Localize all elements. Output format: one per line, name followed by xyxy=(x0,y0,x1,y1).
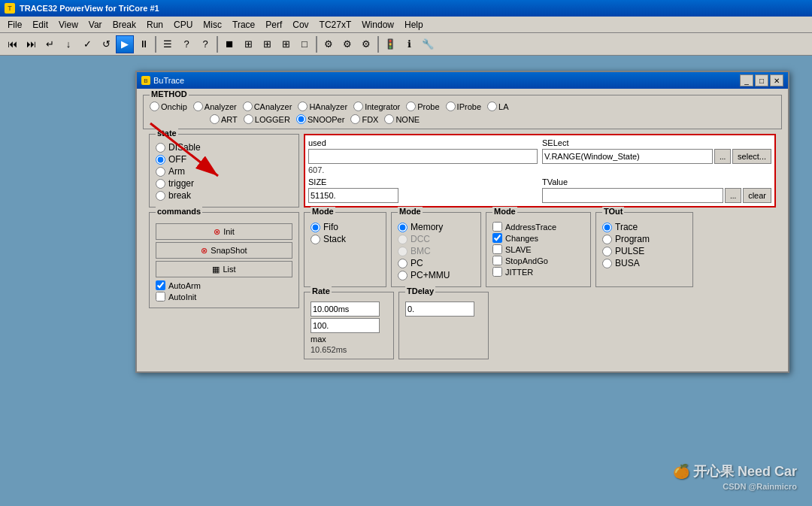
tout-busa[interactable]: BUSA xyxy=(602,258,686,268)
menu-view[interactable]: View xyxy=(54,18,83,32)
debug2-btn[interactable]: ⚙ xyxy=(338,35,356,53)
step-into-btn[interactable]: ↓ xyxy=(59,35,77,53)
mode1-stack[interactable]: Stack xyxy=(311,234,380,244)
state-off[interactable]: OFF xyxy=(156,154,292,165)
tout-program[interactable]: Program xyxy=(602,234,686,244)
method-probe[interactable]: Probe xyxy=(406,102,439,111)
mode2-dcc-radio[interactable] xyxy=(398,235,408,244)
reset-btn[interactable]: ↺ xyxy=(97,35,115,53)
state-arm[interactable]: Arm xyxy=(156,166,292,177)
method-none-radio[interactable] xyxy=(384,114,394,124)
method-none[interactable]: NONE xyxy=(384,114,420,124)
state-off-radio[interactable] xyxy=(156,155,165,165)
tout-trace-radio[interactable] xyxy=(602,223,612,232)
run-btn[interactable]: ▶ xyxy=(116,35,134,53)
maximize-btn[interactable]: □ xyxy=(755,74,768,86)
size-input[interactable] xyxy=(308,188,398,203)
menu-window[interactable]: Window xyxy=(357,18,398,32)
state-trigger[interactable]: trigger xyxy=(156,178,292,189)
tvalue-dots-btn[interactable]: ... xyxy=(725,188,741,203)
mode2-memory[interactable]: Memory xyxy=(398,222,474,232)
autoinit-checkbox[interactable] xyxy=(156,292,165,301)
menu-var[interactable]: Var xyxy=(84,18,107,32)
method-onchip[interactable]: Onchip xyxy=(150,102,187,111)
method-analyzer-radio[interactable] xyxy=(193,102,203,111)
mode2-memory-radio[interactable] xyxy=(398,223,408,232)
method-analyzer[interactable]: Analyzer xyxy=(193,102,237,111)
mode1-fifo[interactable]: Fifo xyxy=(311,222,380,232)
used-input[interactable] xyxy=(308,149,538,164)
tvalue-input[interactable] xyxy=(542,188,723,203)
menu-break[interactable]: Break xyxy=(108,18,141,32)
menu-misc[interactable]: Misc xyxy=(198,18,226,32)
mode1-fifo-radio[interactable] xyxy=(311,223,320,232)
mode3-slave-check[interactable] xyxy=(492,244,502,254)
clear-btn[interactable]: clear xyxy=(743,188,771,203)
info-btn[interactable]: ℹ xyxy=(400,35,418,53)
mode2-bmc-radio[interactable] xyxy=(398,247,408,256)
mode3-addresstrace-check[interactable] xyxy=(492,222,502,232)
menu-edit[interactable]: Edit xyxy=(28,18,53,32)
method-hanalyzer-radio[interactable] xyxy=(298,102,308,111)
mode2-dcc[interactable]: DCC xyxy=(398,234,474,244)
menu-help[interactable]: Help xyxy=(400,18,428,32)
grid1-btn[interactable]: ⊞ xyxy=(239,35,257,53)
debug3-btn[interactable]: ⚙ xyxy=(357,35,375,53)
debug1-btn[interactable]: ⚙ xyxy=(320,35,338,53)
method-onchip-radio[interactable] xyxy=(150,102,159,111)
method-la[interactable]: LA xyxy=(487,102,508,111)
method-iprobe[interactable]: IProbe xyxy=(446,102,481,111)
menu-run[interactable]: Run xyxy=(142,18,168,32)
menu-tc27xt[interactable]: TC27xT xyxy=(315,18,356,32)
mode3-changes-check[interactable] xyxy=(492,233,502,243)
mode3-jitter[interactable]: JITTER xyxy=(492,267,584,277)
tout-busa-radio[interactable] xyxy=(602,259,612,268)
init-btn[interactable]: ⊗ Init xyxy=(156,223,292,240)
tout-pulse[interactable]: PULSE xyxy=(602,246,686,256)
step-over-btn[interactable]: ↵ xyxy=(41,35,59,53)
mode3-slave[interactable]: SLAVE xyxy=(492,244,584,254)
minimize-btn[interactable]: _ xyxy=(740,74,753,86)
state-arm-radio[interactable] xyxy=(156,167,165,177)
mode2-pc-radio[interactable] xyxy=(398,259,408,268)
tout-pulse-radio[interactable] xyxy=(602,247,612,256)
state-disable-radio[interactable] xyxy=(156,143,165,153)
mode3-stopandgo-check[interactable] xyxy=(492,256,502,265)
method-la-radio[interactable] xyxy=(487,102,497,111)
blank-btn[interactable]: □ xyxy=(295,35,314,53)
method-canalyzer[interactable]: CAnalyzer xyxy=(243,102,292,111)
autoinit-check[interactable]: AutoInit xyxy=(156,292,292,301)
step-return-btn[interactable]: ✓ xyxy=(78,35,96,53)
menu-cpu[interactable]: CPU xyxy=(169,18,197,32)
tout-trace[interactable]: Trace xyxy=(602,222,686,232)
list-btn[interactable]: ▦ List xyxy=(156,261,292,277)
snapshot-btn[interactable]: ⊗ SnapShot xyxy=(156,242,292,259)
method-logger[interactable]: LOGGER xyxy=(244,114,290,124)
mode3-addresstrace[interactable]: AddressTrace xyxy=(492,222,584,232)
method-snooper-radio[interactable] xyxy=(296,114,306,124)
break-btn[interactable]: ⏸ xyxy=(135,35,153,53)
method-integrator-radio[interactable] xyxy=(353,102,363,111)
stop-btn[interactable]: ⏹ xyxy=(220,35,238,53)
state-disable[interactable]: DISable xyxy=(156,142,292,153)
menu-cov[interactable]: Cov xyxy=(288,18,313,32)
mode2-bmc[interactable]: BMC xyxy=(398,246,474,256)
step-back-btn[interactable]: ⏮ xyxy=(3,35,21,53)
close-btn[interactable]: ✕ xyxy=(770,74,783,86)
mode2-pc[interactable]: PC xyxy=(398,258,474,268)
menu-file[interactable]: File xyxy=(3,18,26,32)
method-art[interactable]: ART xyxy=(210,114,238,124)
method-integrator[interactable]: Integrator xyxy=(353,102,400,111)
select-dots-btn[interactable]: ... xyxy=(714,149,731,164)
select-input[interactable] xyxy=(542,149,713,164)
mode3-stopandgo[interactable]: StopAndGo xyxy=(492,256,584,265)
mode2-pcmmu[interactable]: PC+MMU xyxy=(398,270,474,280)
signal-btn[interactable]: 🚦 xyxy=(381,35,399,53)
method-iprobe-radio[interactable] xyxy=(446,102,456,111)
state-trigger-radio[interactable] xyxy=(156,179,165,189)
grid3-btn[interactable]: ⊞ xyxy=(277,35,295,53)
tdelay-input[interactable] xyxy=(405,301,474,317)
autoarm-checkbox[interactable] xyxy=(156,280,165,290)
rate-input1[interactable] xyxy=(311,301,380,317)
mode2-pcmmu-radio[interactable] xyxy=(398,271,408,280)
